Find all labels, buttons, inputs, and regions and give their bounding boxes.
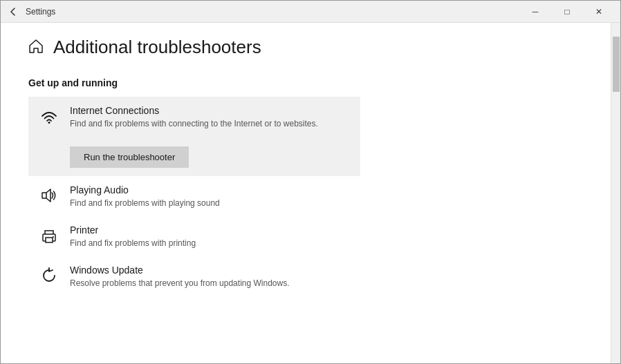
item-desc-update: Resolve problems that prevent you from u… (70, 278, 290, 288)
item-text-audio: Playing Audio Find and fix problems with… (70, 184, 220, 208)
item-desc-printer: Find and fix problems with printing (70, 238, 196, 248)
item-desc-audio: Find and fix problems with playing sound (70, 198, 220, 208)
printer-icon (39, 226, 59, 245)
wifi-icon (39, 106, 59, 126)
item-text-update: Windows Update Resolve problems that pre… (70, 265, 290, 288)
title-bar-left: Settings (6, 5, 55, 19)
section-title: Get up and running (28, 77, 583, 88)
run-troubleshooter-button-internet[interactable]: Run the troubleshooter (70, 146, 189, 168)
svg-rect-3 (46, 238, 53, 242)
item-text-printer: Printer Find and fix problems with print… (70, 224, 196, 248)
troubleshooter-item-internet[interactable]: Internet Connections Find and fix proble… (28, 97, 360, 176)
content-area: Additional troubleshooters Get up and ru… (1, 23, 620, 363)
item-main-internet: Internet Connections Find and fix proble… (39, 105, 318, 128)
minimize-button[interactable]: ─ (519, 1, 551, 23)
page-header: Additional troubleshooters (28, 37, 583, 58)
item-desc-internet: Find and fix problems with connecting to… (70, 119, 318, 128)
window-title: Settings (26, 7, 55, 17)
svg-point-0 (48, 122, 50, 124)
troubleshooter-item-update[interactable]: Windows Update Resolve problems that pre… (28, 256, 360, 296)
scrollbar-thumb[interactable] (613, 37, 620, 92)
home-icon (28, 39, 44, 57)
audio-icon (39, 186, 59, 205)
main-area: Additional troubleshooters Get up and ru… (1, 23, 611, 363)
close-button[interactable]: ✕ (583, 1, 615, 23)
svg-point-4 (53, 236, 54, 238)
window-controls: ─ □ ✕ (519, 1, 615, 23)
update-icon (39, 266, 59, 285)
svg-rect-1 (42, 193, 46, 198)
page-title: Additional troubleshooters (53, 37, 261, 58)
item-name-internet: Internet Connections (70, 105, 318, 116)
back-button[interactable] (6, 5, 20, 19)
troubleshooter-item-printer[interactable]: Printer Find and fix problems with print… (28, 216, 360, 256)
troubleshooter-item-audio[interactable]: Playing Audio Find and fix problems with… (28, 176, 360, 216)
item-name-update: Windows Update (70, 265, 290, 276)
section-get-up-running: Get up and running (28, 77, 583, 296)
item-name-audio: Playing Audio (70, 184, 220, 195)
maximize-button[interactable]: □ (551, 1, 583, 23)
item-name-printer: Printer (70, 224, 196, 236)
scrollbar-track[interactable] (611, 23, 620, 363)
title-bar: Settings ─ □ ✕ (1, 1, 620, 23)
item-text-internet: Internet Connections Find and fix proble… (70, 105, 318, 128)
